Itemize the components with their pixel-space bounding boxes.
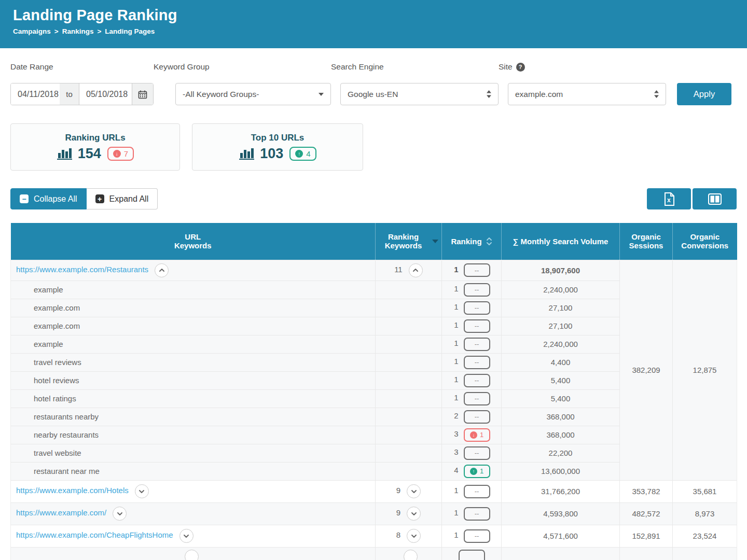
page-title: Landing Page Ranking — [13, 7, 747, 24]
search-engine-select[interactable]: Google us-EN — [340, 83, 499, 105]
volume-cell: 5,400 — [502, 389, 620, 408]
calendar-button[interactable] — [132, 83, 153, 105]
volume-cell: 18,907,600 — [502, 260, 620, 281]
ranking-keywords-count: 9 — [396, 508, 400, 517]
column-header-sessions: Organic Sessions — [620, 223, 673, 260]
expand-row-button[interactable] — [179, 529, 193, 543]
url-link[interactable]: https://www.example.com/Restaurants — [16, 265, 148, 274]
column-header-ranking-keywords[interactable]: Ranking Keywords — [376, 223, 442, 260]
conversions-cell: 12,875 — [673, 260, 737, 480]
sessions-cell: 353,782 — [620, 480, 673, 502]
rank-change-badge: -- — [464, 507, 490, 521]
rank-change-badge: -- — [464, 485, 490, 498]
keyword-cell: example — [11, 335, 376, 353]
breadcrumb-item-rankings[interactable]: Rankings — [62, 27, 94, 35]
rank-change-badge: -- — [464, 338, 490, 351]
volume-cell: 31,766,200 — [502, 480, 620, 502]
date-range-filter: Date Range to — [10, 62, 154, 105]
rank-change-badge: -- — [464, 301, 490, 315]
rank-change-badge: -- — [464, 410, 490, 424]
keyword-cell: restaurants nearby — [11, 408, 376, 426]
keyword-group-label: Keyword Group — [154, 62, 331, 72]
keyword-cell: nearby restaurants — [11, 426, 376, 444]
volume-cell: 5,400 — [502, 371, 620, 389]
export-excel-button[interactable]: x — [647, 188, 691, 209]
rank-change-badge: -- — [464, 374, 490, 387]
expand-keywords-button[interactable] — [407, 529, 421, 543]
expand-row-button[interactable] — [135, 484, 149, 498]
rank-change-badge — [459, 550, 485, 560]
column-header-url-keywords: URL Keywords — [11, 223, 376, 260]
keyword-cell: example.com — [11, 317, 376, 335]
select-arrows-icon — [654, 90, 659, 98]
search-engine-value: Google us-EN — [348, 90, 398, 99]
change-badge-down: ↓ 7 — [107, 147, 134, 161]
columns-icon — [708, 192, 722, 206]
volume-cell: 2,240,000 — [502, 281, 620, 299]
sort-both-icon — [486, 237, 492, 246]
arrow-up-circle-icon: ↑ — [295, 150, 303, 158]
rank-change-badge: -- — [464, 392, 490, 405]
url-link[interactable]: https://www.example.com/Hotels — [16, 486, 129, 495]
keyword-group-select[interactable]: -All Keyword Groups- — [175, 83, 331, 105]
sessions-cell: 152,891 — [620, 525, 673, 547]
site-select[interactable]: example.com — [508, 83, 666, 105]
site-label: Site — [499, 62, 513, 72]
conversions-cell: 23,524 — [673, 525, 737, 547]
volume-cell: 368,000 — [502, 426, 620, 444]
breadcrumb-item-campaigns[interactable]: Campaigns — [13, 27, 51, 35]
url-link[interactable]: https://www.example.com/ — [16, 508, 106, 517]
columns-button[interactable] — [693, 188, 737, 209]
expand-row-button[interactable] — [113, 507, 127, 521]
rank-change-badge-down: ↓1 — [464, 428, 490, 442]
table-tools: x — [645, 188, 737, 209]
url-group-row: https://www.example.com/CheapFlightsHome… — [11, 525, 737, 547]
volume-cell: 4,593,800 — [502, 502, 620, 525]
select-arrows-icon — [487, 90, 491, 98]
collapse-keywords-button[interactable] — [409, 263, 423, 277]
breadcrumb-item-landing-pages[interactable]: Landing Pages — [105, 27, 155, 35]
ranking-keywords-count: 9 — [396, 486, 400, 495]
dropdown-arrow-icon — [319, 93, 324, 96]
volume-cell: 27,100 — [502, 299, 620, 317]
rank-change-badge: -- — [464, 529, 490, 543]
chevron-down-icon — [117, 512, 123, 516]
volume-cell: 4,400 — [502, 353, 620, 371]
expand-row-button[interactable] — [185, 550, 199, 560]
ranking-urls-card: Ranking URLs 154 ↓ 7 — [10, 123, 180, 171]
date-to-input[interactable] — [79, 83, 132, 105]
card-title: Top 10 URLs — [251, 133, 305, 143]
rank-change-badge-up: ↑1 — [464, 465, 490, 478]
rank-change-badge: -- — [464, 446, 490, 460]
arrow-down-circle-icon: ↓ — [113, 150, 121, 158]
help-icon[interactable]: ? — [516, 63, 525, 72]
apply-button[interactable]: Apply — [677, 83, 731, 105]
chevron-up-icon — [412, 268, 419, 272]
expand-all-button[interactable]: + Expand All — [87, 188, 158, 209]
column-header-ranking[interactable]: Ranking — [442, 223, 502, 260]
url-group-row: https://www.example.com/Hotels 9 1-- 31,… — [11, 480, 737, 502]
url-group-row: https://www.example.com/ 9 1-- 4,593,800… — [11, 502, 737, 525]
change-value: 4 — [306, 149, 310, 158]
breadcrumb-separator: > — [54, 27, 59, 35]
rank-change-badge: -- — [464, 319, 490, 333]
table-header-row: URL Keywords Ranking Keywords Ranking ∑ … — [11, 223, 737, 260]
keyword-cell: hotel ratings — [11, 389, 376, 408]
collapse-expand-group: − Collapse All + Expand All — [10, 188, 158, 209]
expand-keywords-button[interactable] — [407, 507, 421, 521]
chevron-down-icon — [411, 512, 417, 516]
collapse-all-button[interactable]: − Collapse All — [10, 188, 87, 209]
arrow-down-circle-icon: ↓ — [470, 431, 477, 439]
chevron-down-icon — [183, 534, 189, 538]
excel-export-icon: x — [663, 192, 675, 206]
expand-keywords-button[interactable] — [407, 484, 421, 498]
date-from-input[interactable] — [11, 83, 60, 105]
rank-change-badge: -- — [464, 263, 490, 277]
volume-cell: 4,571,600 — [502, 525, 620, 547]
url-link[interactable]: https://www.example.com/CheapFlightsHome — [16, 530, 173, 539]
sessions-cell: 382,209 — [620, 260, 673, 480]
site-value: example.com — [515, 90, 563, 99]
change-value: 7 — [124, 149, 128, 158]
expand-keywords-button[interactable] — [404, 550, 418, 560]
collapse-row-button[interactable] — [155, 263, 169, 277]
